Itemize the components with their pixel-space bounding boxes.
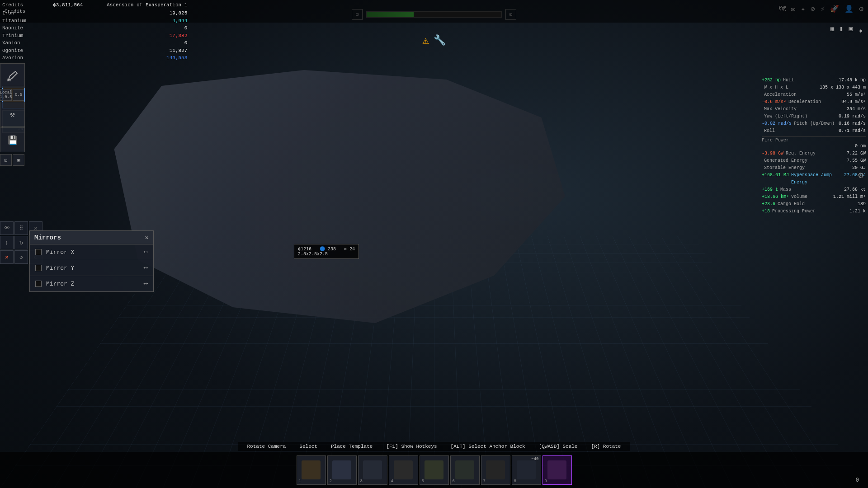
slot-icon-7 xyxy=(486,460,505,479)
stat-req-energy: -3.98 GW Req. Energy 7.22 GW xyxy=(762,150,866,157)
cargo-label: Cargo Hold xyxy=(778,201,858,208)
stat-firepower: 0 om xyxy=(762,143,866,150)
stat-acceleration: Acceleration 55 m/s² xyxy=(762,91,866,99)
resource-iron: Iron 19,825 xyxy=(2,9,187,17)
item-slot-5[interactable]: 5 xyxy=(420,455,449,485)
undo-icon[interactable]: ↺ xyxy=(14,250,28,264)
mass-label: Mass xyxy=(780,186,844,193)
gen-label: Generated Energy xyxy=(764,157,847,164)
fp-label xyxy=(764,143,855,150)
maxvel-label: Max Velocity xyxy=(764,106,847,113)
mirrors-title: Mirrors xyxy=(34,234,61,241)
resources-list: Iron 19,825 Titanium 4,994 Naonite 0 Tri… xyxy=(2,9,187,62)
slot-icon-6 xyxy=(455,460,474,479)
resource-xanion: Xanion 0 xyxy=(2,39,187,47)
jump-change: +168.61 MJ xyxy=(762,172,789,186)
yaw-value: 0.19 rad/s xyxy=(839,113,866,120)
item-slot-6[interactable]: 6 xyxy=(450,455,480,485)
credits-label-text: Credits xyxy=(2,2,23,8)
mirror-x-arrows-icon: ↔ xyxy=(143,248,148,256)
resource-titanium: Titanium 4,994 xyxy=(2,17,187,25)
mirror-z-arrows-icon: ↔ xyxy=(143,280,148,288)
frame-btn2[interactable]: ▣ xyxy=(13,154,24,166)
build-icon4[interactable]: ✦ xyxy=(858,25,863,36)
stat-cargo: +23.6 Cargo Hold 189 xyxy=(762,201,866,208)
vol-label: Volume xyxy=(791,193,833,201)
dec-value: 94.9 m/s² xyxy=(841,99,866,106)
slot-icon-1 xyxy=(302,460,321,479)
rotate-icon[interactable]: ↻ xyxy=(14,236,28,249)
block-info-line1: ¢1216 🔵 238 ✕ 24 xyxy=(298,246,355,252)
build-icon3[interactable]: ▣ xyxy=(849,25,853,36)
item-slot-4[interactable]: 4 xyxy=(389,455,418,485)
dim-label: W x H x L xyxy=(764,84,820,91)
build-icon1[interactable]: ▦ xyxy=(830,25,834,36)
resource-naonite: Naonite 0 xyxy=(2,24,187,32)
info-icon: 🔧 xyxy=(434,34,446,47)
arrow-icon[interactable]: ↕ xyxy=(0,236,14,249)
bottom-hud: 1 2 3 4 5 6 7 8 ~40 xyxy=(0,452,868,488)
local-toggle[interactable]: Local1,0.5 xyxy=(0,89,12,101)
item-slot-2[interactable]: 2 xyxy=(327,455,357,485)
build-icon2[interactable]: ▮ xyxy=(840,25,843,36)
frame-btn1[interactable]: ⊡ xyxy=(0,154,12,166)
hotkey-select: Select xyxy=(299,444,317,449)
hotkey-rotate-r: [R] Rotate xyxy=(591,444,621,449)
stat-dimensions: W x H x L 185 x 138 x 443 m xyxy=(762,84,866,91)
mirrors-close-button[interactable]: ✕ xyxy=(145,234,149,241)
x-delete-icon[interactable]: ✕ xyxy=(0,250,14,264)
proc-value: 1.21 k xyxy=(849,208,866,215)
mirror-x-row[interactable]: Mirror X ↔ xyxy=(30,244,153,260)
stat-mass: +169 t Mass 27.68 kt xyxy=(762,186,866,193)
dot-grid-icon[interactable]: ⠿ xyxy=(14,221,28,235)
item-slot-8[interactable]: 8 ~40 xyxy=(512,455,541,485)
mass-change: +169 t xyxy=(762,186,778,193)
stat-stor-energy: Storable Energy 20 GJ xyxy=(762,164,866,172)
item-slot-1[interactable]: 1 xyxy=(297,455,326,485)
tool-row-1[interactable]: Local1,0.5 0.5 xyxy=(0,89,29,101)
item-slot-9[interactable]: 9 xyxy=(542,455,572,485)
stat-deceleration: -0.6 m/s² Deceleration 94.9 m/s² xyxy=(762,99,866,106)
tool-row-2[interactable]: ⊡ ▣ xyxy=(0,154,29,166)
credits-value: ¢3,811,564 xyxy=(53,2,83,8)
snap-toggle[interactable]: 0.5 xyxy=(13,89,24,101)
svg-rect-1 xyxy=(7,79,11,81)
hull-label: Hull xyxy=(783,77,839,84)
item-slot-3[interactable]: 3 xyxy=(358,455,387,485)
secondary-top-icons[interactable]: ▦ ▮ ▣ ✦ xyxy=(830,25,863,36)
settings-gear-button[interactable]: ⚙ xyxy=(858,169,863,181)
slot-icon-9 xyxy=(547,460,566,479)
slot-icon-4 xyxy=(394,460,413,479)
slot-icon-8 xyxy=(517,460,536,479)
left-toolbar[interactable]: Local1,0.5 0.5 ⚒ 💾 ⊡ ▣ xyxy=(0,63,29,166)
dec-label: Deceleration xyxy=(788,99,841,106)
paint-tool-btn[interactable] xyxy=(0,63,25,88)
stat-processing: +18 Processing Power 1.21 k xyxy=(762,208,866,215)
slot-icon-2 xyxy=(332,460,351,479)
save-tool-btn[interactable]: 💾 xyxy=(0,127,25,152)
jump-label: Hyperspace Jump Energy xyxy=(791,172,844,186)
mirror-z-row[interactable]: Mirror Z ↔ xyxy=(30,276,153,291)
hull-value: 17.48 k hp xyxy=(839,77,866,84)
mirror-y-arrows-icon: ↔ xyxy=(143,264,148,272)
hotkey-rotate: Rotate Camera xyxy=(247,444,286,449)
pitch-label: Pitch (Up/Down) xyxy=(794,120,839,127)
maxvel-value: 354 m/s xyxy=(847,106,866,113)
mirror-y-row[interactable]: Mirror Y ↔ xyxy=(30,260,153,276)
mirror-y-checkbox[interactable] xyxy=(35,265,42,271)
item-slots-bar[interactable]: 1 2 3 4 5 6 7 8 ~40 xyxy=(294,453,574,487)
mirror-y-label: Mirror Y xyxy=(46,265,139,272)
stat-hp: +252 hp Hull 17.48 k hp xyxy=(762,77,866,84)
mirror-x-label: Mirror X xyxy=(46,249,139,256)
eye-icon[interactable]: 👁 xyxy=(0,221,14,235)
mirror-x-checkbox[interactable] xyxy=(35,249,42,255)
resource-panel: Credits ¢3,811,564 Ascension of Exaspera… xyxy=(2,2,187,62)
yaw-label: Yaw (Left/Right) xyxy=(764,113,839,120)
item-slot-7[interactable]: 7 xyxy=(481,455,510,485)
hp-change: +252 hp xyxy=(762,77,781,84)
wrench-tool-btn[interactable]: ⚒ xyxy=(0,102,25,127)
req-value: 7.22 GW xyxy=(847,150,866,157)
mirror-z-checkbox[interactable] xyxy=(35,281,42,287)
hotkey-bar: Rotate Camera Select Place Template [F1]… xyxy=(238,442,630,451)
stat-roll: Roll 0.71 rad/s xyxy=(762,127,866,135)
